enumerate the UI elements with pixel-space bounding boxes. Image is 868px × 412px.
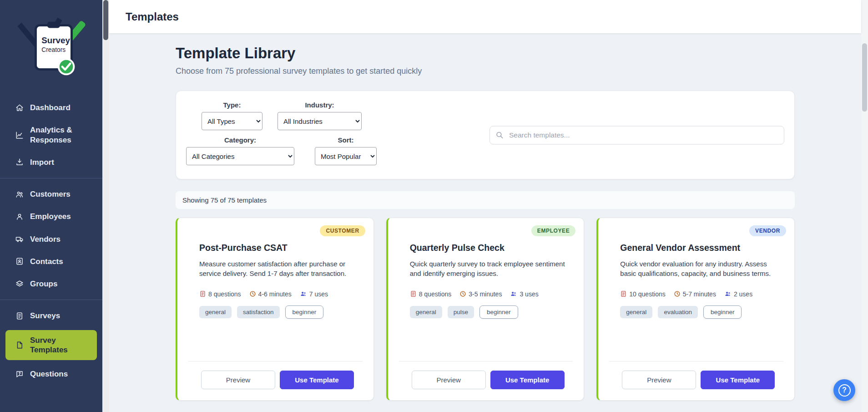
use-template-button[interactable]: Use Template bbox=[701, 371, 775, 389]
sidebar-item-label: Contacts bbox=[30, 257, 63, 266]
sidebar-item-label: Analytics & Responses bbox=[30, 125, 79, 145]
industry-filter-label: Industry: bbox=[278, 101, 362, 109]
use-template-button[interactable]: Use Template bbox=[280, 371, 354, 389]
template-library-subtitle: Choose from 75 professional survey templ… bbox=[176, 66, 795, 76]
layers-icon bbox=[15, 280, 24, 288]
template-title: Quarterly Pulse Check bbox=[410, 243, 572, 253]
sidebar-item-surveys[interactable]: Surveys bbox=[0, 305, 102, 327]
sidebar-divider bbox=[0, 300, 102, 300]
sidebar-divider bbox=[0, 178, 102, 178]
sidebar-item-label: Import bbox=[30, 158, 54, 167]
tag: general bbox=[620, 306, 652, 318]
questions-count: 10 questions bbox=[629, 290, 665, 298]
sidebar-item-label: Groups bbox=[30, 279, 57, 289]
sidebar-item-label: Survey Templates bbox=[30, 336, 79, 355]
results-bar: Showing 75 of 75 templates bbox=[176, 191, 795, 209]
main-scrollbar[interactable] bbox=[861, 0, 868, 412]
sidebar-item-survey-templates[interactable]: Survey Templates bbox=[5, 330, 97, 361]
questions-meta: 10 questions bbox=[620, 290, 665, 298]
questions-icon bbox=[410, 290, 417, 297]
clock-icon bbox=[459, 290, 466, 297]
sidebar-item-vendors[interactable]: Vendors bbox=[0, 228, 102, 250]
question-mark-icon: ? bbox=[838, 384, 851, 397]
uses-meta: 7 uses bbox=[300, 290, 328, 298]
search-icon bbox=[495, 131, 504, 139]
questions-count: 8 questions bbox=[419, 290, 452, 298]
card-type-badge: EMPLOYEE bbox=[531, 225, 575, 236]
sidebar-item-groups[interactable]: Groups bbox=[0, 273, 102, 295]
clipboard-list-icon bbox=[15, 312, 24, 320]
sidebar-item-employees[interactable]: Employees bbox=[0, 205, 102, 228]
template-file-icon bbox=[15, 341, 24, 349]
sidebar-item-import[interactable]: Import bbox=[0, 151, 102, 173]
sidebar: Survey Creators Dashboard Analytics & Re… bbox=[0, 0, 102, 412]
search-input[interactable] bbox=[490, 126, 784, 144]
survey-creators-logo-icon: Survey Creators bbox=[13, 12, 90, 84]
uses-people-icon bbox=[724, 290, 732, 297]
card-type-badge: VENDOR bbox=[749, 225, 786, 236]
app-window: Survey Creators Dashboard Analytics & Re… bbox=[0, 0, 868, 412]
logo-text-line1: Survey bbox=[41, 36, 70, 45]
questions-meta: 8 questions bbox=[410, 290, 452, 298]
uses-count: 2 uses bbox=[734, 290, 752, 298]
sidebar-item-contacts[interactable]: Contacts bbox=[0, 250, 102, 273]
category-filter-label: Category: bbox=[186, 136, 294, 144]
sidebar-item-label: Questions bbox=[30, 369, 68, 379]
category-filter: Category: All Categories bbox=[186, 136, 294, 165]
preview-button[interactable]: Preview bbox=[622, 371, 696, 389]
duration-value: 5-7 minutes bbox=[683, 290, 716, 298]
sidebar-item-analytics-responses[interactable]: Analytics & Responses bbox=[0, 119, 102, 151]
help-button[interactable]: ? bbox=[833, 379, 855, 401]
sidebar-nav: Dashboard Analytics & Responses Import C… bbox=[0, 97, 102, 385]
tag: general bbox=[199, 306, 232, 318]
industry-filter: Industry: All Industries bbox=[278, 101, 362, 130]
duration-value: 3-5 minutes bbox=[469, 290, 502, 298]
duration-meta: 5-7 minutes bbox=[674, 290, 716, 298]
preview-button[interactable]: Preview bbox=[412, 371, 486, 389]
users-icon bbox=[15, 190, 24, 198]
tag: evaluation bbox=[658, 306, 698, 318]
chart-icon bbox=[15, 131, 24, 139]
template-title: General Vendor Assessment bbox=[620, 243, 782, 253]
search-box bbox=[490, 126, 784, 144]
duration-meta: 3-5 minutes bbox=[459, 290, 502, 298]
category-select[interactable]: All Categories bbox=[186, 147, 294, 165]
type-filter-label: Type: bbox=[202, 101, 262, 109]
app-logo: Survey Creators bbox=[0, 0, 102, 90]
template-description: Measure customer satisfaction after purc… bbox=[199, 259, 362, 279]
template-library-heading: Template Library bbox=[176, 44, 795, 62]
type-filter: Type: All Types bbox=[202, 101, 262, 130]
questions-icon bbox=[620, 290, 627, 297]
duration-value: 4-6 minutes bbox=[258, 290, 292, 298]
topbar: Templates bbox=[109, 0, 861, 33]
tag: satisfaction bbox=[237, 306, 280, 318]
sidebar-item-questions[interactable]: Questions bbox=[0, 363, 102, 385]
uses-people-icon bbox=[300, 290, 307, 297]
sidebar-item-customers[interactable]: Customers bbox=[0, 183, 102, 205]
scrollbar-thumb[interactable] bbox=[103, 0, 108, 40]
logo-text-line2: Creators bbox=[41, 46, 66, 53]
template-card-grid: CUSTOMER Post-Purchase CSAT Measure cust… bbox=[176, 218, 795, 401]
sort-select[interactable]: Most Popular bbox=[315, 147, 377, 165]
level-tag: beginner bbox=[285, 305, 324, 319]
tag: general bbox=[410, 306, 442, 318]
tag: pulse bbox=[448, 306, 474, 318]
uses-count: 3 uses bbox=[520, 290, 538, 298]
questions-meta: 8 questions bbox=[199, 290, 241, 298]
truck-icon bbox=[15, 235, 24, 243]
use-template-button[interactable]: Use Template bbox=[490, 371, 565, 389]
sidebar-item-label: Customers bbox=[30, 189, 71, 199]
contacts-icon bbox=[15, 257, 24, 265]
uses-count: 7 uses bbox=[309, 290, 328, 298]
sidebar-scrollbar[interactable] bbox=[102, 0, 109, 412]
chat-question-icon bbox=[15, 370, 24, 378]
industry-select[interactable]: All Industries bbox=[278, 112, 362, 130]
preview-button[interactable]: Preview bbox=[201, 371, 275, 389]
type-select[interactable]: All Types bbox=[202, 112, 262, 130]
scrollbar-thumb[interactable] bbox=[862, 43, 867, 112]
user-icon bbox=[15, 213, 24, 221]
page-title: Templates bbox=[126, 10, 179, 23]
sidebar-item-dashboard[interactable]: Dashboard bbox=[0, 97, 102, 119]
questions-icon bbox=[199, 290, 206, 297]
template-title: Post-Purchase CSAT bbox=[199, 243, 362, 253]
